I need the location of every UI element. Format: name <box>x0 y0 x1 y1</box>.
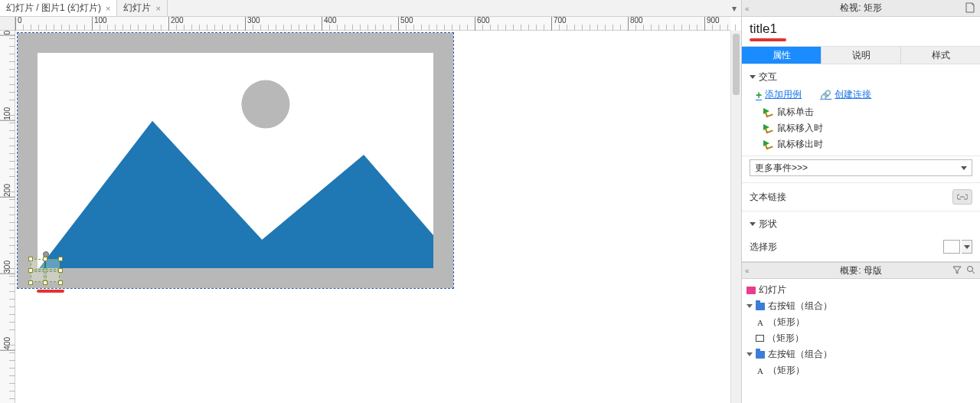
resize-handle[interactable] <box>58 257 63 261</box>
tab-style[interactable]: 样式 <box>901 47 980 64</box>
resize-handle[interactable] <box>28 257 33 261</box>
event-label: 鼠标移入时 <box>777 122 823 135</box>
inspector-tabs: 属性 说明 样式 <box>742 46 980 64</box>
link-icon: 🔗 <box>820 90 831 100</box>
shape-select-label: 选择形 <box>750 241 777 254</box>
outline-node-group-left[interactable]: 左按钮（组合） <box>742 346 980 362</box>
more-events-dropdown[interactable]: 更多事件>>> <box>750 159 972 176</box>
workspace[interactable]: 0100200300400500600700800900 01002003004… <box>0 17 741 403</box>
search-icon[interactable] <box>966 265 975 277</box>
inspector-body: title1 属性 说明 样式 交互 + 添加用例 🔗 <box>742 17 980 262</box>
outline-title: 概要: 母版 <box>840 264 882 277</box>
inspector-header: « 检视: 矩形 <box>742 0 980 17</box>
section-shape: 形状 <box>742 211 980 235</box>
tab-inactive[interactable]: 幻灯片 × <box>117 0 167 16</box>
outline-node-rect[interactable]: A （矩形） <box>742 314 980 330</box>
tab-properties[interactable]: 属性 <box>742 47 822 64</box>
shape-swatch <box>943 240 960 254</box>
node-label: 幻灯片 <box>759 283 786 297</box>
tab-label: 幻灯片 / 图片1 (幻灯片) <box>6 2 101 15</box>
shape-select-row: 选择形 <box>742 235 980 261</box>
inspector-title: 检视: 矩形 <box>840 2 882 15</box>
resize-handle[interactable] <box>43 257 47 261</box>
text-link-label: 文本链接 <box>750 191 786 204</box>
scrollbar-thumb[interactable] <box>733 34 740 95</box>
widget-name-input[interactable]: title1 <box>742 17 980 38</box>
outline-panel: « 概要: 母版 幻灯片 右按钮（组合） A <box>742 262 980 403</box>
outline-node-rect[interactable]: A （矩形） <box>742 362 980 378</box>
text-shape-icon: A <box>756 318 765 327</box>
event-icon <box>763 124 773 133</box>
outline-node-rect[interactable]: （矩形） <box>742 330 980 346</box>
chevron-down-icon <box>750 75 756 79</box>
close-icon[interactable]: × <box>155 4 160 13</box>
outline-node-group-right[interactable]: 右按钮（组合） <box>742 298 980 314</box>
chevron-down-icon <box>750 222 756 226</box>
event-mouseenter[interactable]: 鼠标移入时 <box>763 122 972 135</box>
node-label: 右按钮（组合） <box>768 300 832 313</box>
link-icon <box>957 193 968 201</box>
tab-notes[interactable]: 说明 <box>822 47 901 64</box>
close-icon[interactable]: × <box>106 4 110 13</box>
event-icon <box>763 108 773 117</box>
folder-icon <box>756 303 765 310</box>
event-label: 鼠标单击 <box>777 106 814 119</box>
ruler-horizontal: 0100200300400500600700800900 <box>15 17 730 31</box>
rect-shape-icon <box>756 335 764 342</box>
ruler-vertical: 0100200300400 <box>0 31 15 403</box>
slide-selection-outline <box>17 32 454 289</box>
event-mouseleave[interactable]: 鼠标移出时 <box>763 138 972 151</box>
annotation-underline <box>37 290 64 293</box>
create-link-link[interactable]: 🔗 创建连接 <box>820 88 871 101</box>
page-icon <box>746 287 756 294</box>
tab-overflow[interactable]: ▾ <box>727 0 741 16</box>
plus-icon: + <box>756 89 762 101</box>
node-label: （矩形） <box>767 332 804 345</box>
text-link-row: 文本链接 <box>742 183 980 211</box>
resize-handle[interactable] <box>58 268 63 273</box>
resize-handle[interactable] <box>28 280 33 285</box>
selected-shape-group[interactable] <box>31 259 61 283</box>
more-events-label: 更多事件>>> <box>755 162 808 175</box>
outline-header: « 概要: 母版 <box>742 262 980 279</box>
vertical-scrollbar[interactable] <box>730 31 741 403</box>
node-label: （矩形） <box>768 364 805 377</box>
chevron-down-icon[interactable] <box>746 304 753 308</box>
tab-active[interactable]: 幻灯片 / 图片1 (幻灯片) × <box>0 0 117 16</box>
outline-node-page[interactable]: 幻灯片 <box>742 282 980 298</box>
node-label: （矩形） <box>768 316 805 329</box>
event-onclick[interactable]: 鼠标单击 <box>763 106 972 119</box>
collapse-icon[interactable]: « <box>745 267 750 275</box>
resize-handle[interactable] <box>58 280 63 285</box>
text-link-button[interactable] <box>952 189 972 205</box>
document-tabbar: 幻灯片 / 图片1 (幻灯片) × 幻灯片 × ▾ <box>0 0 741 17</box>
section-toggle[interactable]: 形状 <box>750 216 972 235</box>
section-toggle[interactable]: 交互 <box>750 69 972 88</box>
event-label: 鼠标移出时 <box>777 138 823 151</box>
resize-handle[interactable] <box>43 280 47 285</box>
add-case-label: 添加用例 <box>765 88 802 101</box>
canvas[interactable] <box>15 31 730 403</box>
collapse-icon[interactable]: « <box>745 4 750 12</box>
add-case-link[interactable]: + 添加用例 <box>756 88 802 101</box>
more-events-row: 更多事件>>> <box>742 156 980 183</box>
event-list: 鼠标单击 鼠标移入时 鼠标移出时 <box>750 106 972 151</box>
resize-handle[interactable] <box>28 268 33 273</box>
create-link-label: 创建连接 <box>835 88 871 101</box>
event-icon <box>763 140 773 149</box>
chevron-down-icon <box>962 240 972 254</box>
chevron-down-icon <box>961 166 967 170</box>
right-panel: « 检视: 矩形 title1 属性 说明 样式 交互 + <box>741 0 980 403</box>
chevron-down-icon[interactable] <box>746 352 753 356</box>
tab-label: 幻灯片 <box>123 2 151 15</box>
node-label: 左按钮（组合） <box>768 348 832 361</box>
shape-select-dropdown[interactable] <box>943 240 972 254</box>
filter-icon[interactable] <box>952 265 962 277</box>
annotation-underline <box>750 38 786 41</box>
section-interactions: 交互 + 添加用例 🔗 创建连接 鼠标单击 <box>742 64 980 156</box>
notes-icon[interactable] <box>965 2 975 15</box>
ruler-corner <box>0 17 15 31</box>
outline-tree[interactable]: 幻灯片 右按钮（组合） A （矩形） （矩形） <box>742 279 980 403</box>
section-title: 交互 <box>759 70 777 84</box>
folder-icon <box>756 351 765 359</box>
